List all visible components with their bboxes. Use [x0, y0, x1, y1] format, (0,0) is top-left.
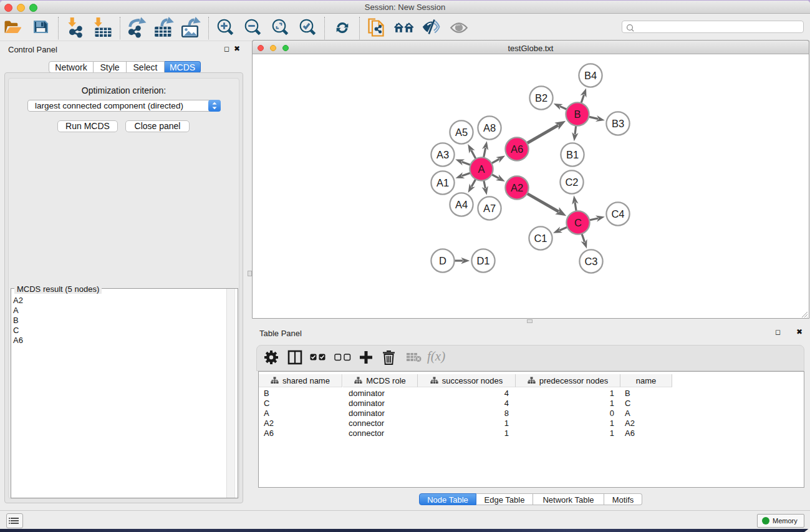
svg-text:B4: B4: [584, 70, 597, 81]
svg-text:A6: A6: [511, 143, 523, 155]
svg-text:C: C: [574, 217, 582, 228]
svg-text:A7: A7: [483, 203, 496, 214]
svg-text:A5: A5: [455, 127, 468, 138]
svg-text:A8: A8: [483, 122, 496, 133]
svg-text:B2: B2: [535, 92, 547, 104]
svg-text:C2: C2: [565, 177, 578, 188]
svg-text:A: A: [478, 163, 485, 175]
svg-text:B1: B1: [566, 149, 579, 160]
svg-text:B: B: [574, 109, 581, 120]
svg-text:D1: D1: [476, 255, 489, 266]
svg-text:C4: C4: [611, 208, 624, 220]
svg-text:A2: A2: [511, 182, 523, 193]
svg-text:C1: C1: [534, 233, 547, 244]
svg-text:A4: A4: [455, 199, 468, 210]
svg-text:D: D: [439, 255, 446, 266]
svg-text:A1: A1: [436, 177, 449, 188]
svg-text:B3: B3: [612, 118, 624, 129]
svg-text:C3: C3: [584, 256, 597, 267]
svg-text:Memory: Memory: [773, 517, 798, 525]
svg-text:A3: A3: [436, 149, 449, 160]
